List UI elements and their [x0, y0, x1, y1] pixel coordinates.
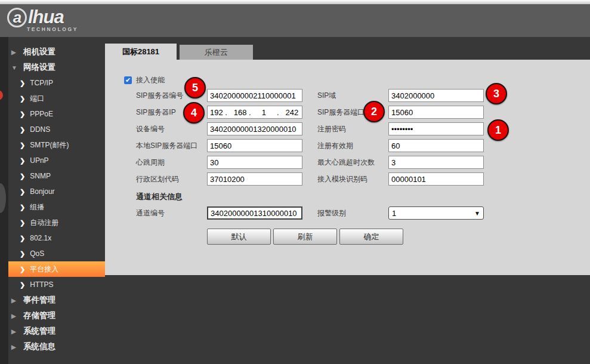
sidebar-item-snmp[interactable]: ❯ SNMP: [8, 168, 105, 184]
sidebar-item-pppoe[interactable]: ❯ PPPoE: [8, 106, 105, 122]
chevron-right-icon: ❯: [20, 203, 25, 211]
sidebar-item-8021x[interactable]: ❯ 802.1x: [8, 230, 105, 246]
dahua-logo-subtitle: TECHNOLOGY: [27, 26, 78, 32]
register-password-label: 注册密码: [317, 122, 346, 135]
enable-access-label: 接入使能: [136, 75, 165, 85]
sidebar-item-tcpip[interactable]: ❯ TCP/IP: [8, 75, 105, 91]
sidebar-item-qos[interactable]: ❯ QoS: [8, 246, 105, 261]
sip-server-id-input[interactable]: [207, 89, 302, 102]
sidebar-item-camera-settings[interactable]: ▶ 相机设置: [8, 44, 105, 60]
channel-info-section-title: 通道相关信息: [136, 192, 183, 202]
chevron-right-icon: ❯: [20, 172, 25, 180]
heartbeat-period-label: 心跳周期: [136, 156, 165, 169]
sidebar-item-https[interactable]: ❯ HTTPS: [8, 277, 105, 292]
sidebar-nav: ▶ 相机设置 ▼ 网络设置 ❯ TCP/IP ❯ 端口 ❯ PPPoE ❯ DD…: [8, 44, 105, 354]
sidebar-item-label: 自动注册: [30, 218, 58, 228]
annotation-circle-4: 4: [183, 102, 205, 124]
sidebar-item-label: 端口: [30, 94, 44, 104]
sip-domain-input[interactable]: [388, 89, 484, 102]
device-id-label: 设备编号: [136, 122, 165, 135]
enable-access-checkbox[interactable]: ✔: [124, 76, 132, 84]
register-valid-period-label: 注册有效期: [317, 139, 353, 152]
enable-access-row: ✔ 接入使能: [124, 75, 165, 85]
sidebar-item-smtp[interactable]: ❯ SMTP(邮件): [8, 137, 105, 153]
sidebar-item-label: 存储管理: [23, 310, 55, 321]
sidebar-item-network-settings[interactable]: ▼ 网络设置: [8, 60, 105, 75]
sidebar-item-ddns[interactable]: ❯ DDNS: [8, 122, 105, 137]
channel-id-input[interactable]: [207, 206, 302, 220]
chevron-down-icon: ▼: [474, 210, 480, 217]
app-header: alhua TECHNOLOGY: [0, 4, 590, 37]
chevron-right-icon: ❯: [20, 110, 25, 118]
refresh-button[interactable]: 刷新: [273, 229, 337, 245]
channel-id-label: 通道编号: [136, 206, 165, 220]
alarm-level-select[interactable]: 1 ▼: [388, 206, 484, 220]
sidebar-item-label: PPPoE: [30, 110, 53, 118]
sip-server-ip-label: SIP服务器IP: [136, 106, 176, 119]
expanded-arrow-icon: ▼: [11, 64, 18, 71]
sidebar-item-label: UPnP: [30, 156, 48, 165]
sidebar-item-label: 系统信息: [23, 341, 55, 352]
sidebar-item-storage-management[interactable]: ▶ 存储管理: [8, 308, 105, 323]
dahua-logo-circle-a: a: [7, 8, 27, 27]
register-valid-period-input[interactable]: [388, 139, 484, 152]
chevron-right-icon: ❯: [20, 219, 25, 227]
sidebar-item-upnp[interactable]: ❯ UPnP: [8, 153, 105, 168]
admin-region-code-input[interactable]: [207, 172, 302, 186]
access-module-id-input[interactable]: [388, 172, 484, 186]
sidebar-item-label: 平台接入: [30, 264, 58, 274]
sidebar-item-label: Bonjour: [30, 187, 54, 196]
chevron-right-icon: ❯: [20, 95, 25, 103]
sidebar-item-platform-access[interactable]: ❯ 平台接入: [8, 261, 105, 277]
heartbeat-period-input[interactable]: [207, 156, 302, 169]
sidebar-item-system-info[interactable]: ▶ 系统信息: [8, 339, 105, 354]
chevron-right-icon: ❯: [20, 141, 25, 149]
sidebar-item-system-management[interactable]: ▶ 系统管理: [8, 323, 105, 339]
sidebar-item-bonjour[interactable]: ❯ Bonjour: [8, 184, 105, 199]
max-heartbeat-timeout-input[interactable]: [388, 156, 484, 169]
annotation-circle-5: 5: [184, 77, 206, 98]
tab-gb28181[interactable]: 国标28181: [105, 44, 177, 60]
sidebar-item-auto-register[interactable]: ❯ 自动注册: [8, 215, 105, 230]
chevron-right-icon: ❯: [20, 266, 25, 273]
annotation-circle-3: 3: [486, 83, 507, 104]
max-heartbeat-timeout-label: 最大心跳超时次数: [317, 156, 375, 169]
chevron-right-icon: ❯: [20, 157, 25, 165]
sidebar-item-label: 事件管理: [23, 295, 55, 306]
dahua-logo-wordmark: alhua: [7, 7, 78, 28]
sidebar-item-label: SMTP(邮件): [30, 140, 69, 150]
tab-lechange-cloud[interactable]: 乐橙云: [180, 45, 253, 60]
sidebar-item-port[interactable]: ❯ 端口: [8, 91, 105, 106]
sip-server-id-label: SIP服务器编号: [136, 89, 183, 102]
sidebar-item-label: DDNS: [30, 125, 50, 134]
register-password-input[interactable]: [388, 122, 484, 135]
sidebar-item-label: HTTPS: [30, 280, 53, 289]
sip-server-port-input[interactable]: [388, 106, 484, 119]
collapsed-arrow-icon: ▶: [11, 328, 18, 335]
chevron-right-icon: ❯: [20, 126, 25, 134]
sidebar-item-label: 组播: [30, 202, 44, 212]
default-button[interactable]: 默认: [207, 229, 271, 245]
chevron-right-icon: ❯: [20, 235, 25, 242]
annotation-circle-1: 1: [487, 119, 509, 141]
collapsed-arrow-icon: ▶: [11, 297, 18, 304]
platform-access-panel: ✔ 接入使能 SIP服务器编号 SIP服务器IP 设备编号 本地SIP服务器端口…: [105, 60, 590, 275]
sip-server-port-label: SIP服务器端口: [317, 106, 364, 119]
device-id-input[interactable]: [207, 122, 302, 135]
sidebar-item-label: SNMP: [30, 172, 51, 180]
local-sip-port-input[interactable]: [207, 139, 302, 152]
access-module-id-label: 接入模块识别码: [317, 172, 367, 186]
chevron-right-icon: ❯: [20, 250, 25, 258]
sidebar-item-label: 网络设置: [23, 62, 55, 73]
sidebar-item-event-management[interactable]: ▶ 事件管理: [8, 292, 105, 308]
alarm-level-label: 报警级别: [317, 206, 346, 220]
alarm-level-value: 1: [392, 209, 474, 218]
collapsed-arrow-icon: ▶: [11, 313, 18, 319]
confirm-button[interactable]: 确定: [339, 229, 403, 245]
sip-domain-label: SIP域: [317, 89, 336, 102]
dahua-logo: alhua TECHNOLOGY: [7, 7, 78, 32]
sidebar-item-multicast[interactable]: ❯ 组播: [8, 199, 105, 215]
sidebar-item-label: TCP/IP: [30, 79, 53, 87]
sip-server-ip-input[interactable]: [207, 106, 302, 119]
sidebar-item-label: QoS: [30, 249, 44, 258]
